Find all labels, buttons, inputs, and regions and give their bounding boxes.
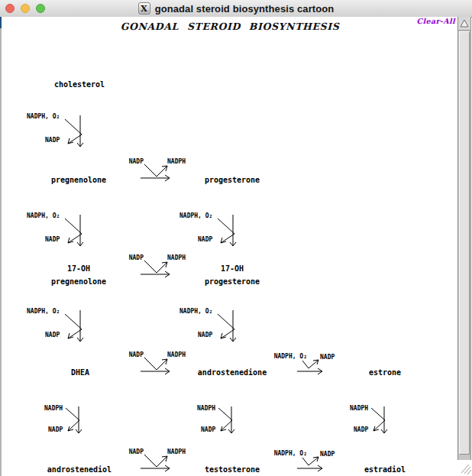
compound-label: progesterone <box>205 173 260 186</box>
arrow-glyph <box>27 308 97 345</box>
compound-label: pregnenolone <box>51 173 106 186</box>
compound-label: 17-OHpregnenolone <box>51 262 106 288</box>
reaction-arrow-vertical: NADPH NADP <box>331 405 401 442</box>
compound-label: estradiol <box>364 463 406 476</box>
arrow-glyph <box>331 405 401 442</box>
x11-app-icon: X <box>138 2 150 15</box>
window-title: gonadal steroid biosynthesis cartoon <box>155 3 335 15</box>
reaction-arrow-vertical: NADPH, O₂ NADP <box>179 212 250 249</box>
compound-label: androstenedione <box>198 366 267 379</box>
reaction-arrow-horizontal: NADPH, O₂ NADP <box>271 350 348 376</box>
arrow-glyph <box>178 405 248 442</box>
arrow-glyph <box>118 350 194 376</box>
arrow-glyph <box>118 157 194 183</box>
arrow-glyph <box>179 212 250 249</box>
resize-grip-icon[interactable] <box>458 461 472 476</box>
reaction-arrow-vertical: NADPH, O₂ NADP <box>27 308 97 345</box>
compound-label: estrone <box>369 366 401 379</box>
reaction-arrow-horizontal: NADP NADPH <box>118 447 194 473</box>
arrow-glyph <box>27 113 97 150</box>
scrollbar-thumb[interactable] <box>459 31 470 455</box>
compound-label: 17-OHprogesterone <box>205 262 260 288</box>
reaction-arrow-vertical: NADPH, O₂ NADP <box>27 113 97 150</box>
window-titlebar[interactable]: X gonadal steroid biosynthesis cartoon <box>0 0 472 18</box>
title-group: X gonadal steroid biosynthesis cartoon <box>0 0 472 17</box>
arrow-glyph <box>25 405 95 442</box>
compound-label: DHEA <box>71 366 89 379</box>
reaction-arrow-vertical: NADPH NADP <box>178 405 248 442</box>
reaction-arrow-horizontal: NADP NADPH <box>118 253 194 279</box>
reaction-arrow-horizontal: NADP NADPH <box>118 350 194 376</box>
reaction-arrow-vertical: NADPH, O₂ NADP <box>179 308 250 345</box>
pathway-diagram: cholesterolpregnenoloneprogesterone17-OH… <box>2 17 458 476</box>
reaction-arrow-vertical: NADPH, O₂ NADP <box>27 212 97 249</box>
arrow-glyph <box>179 308 250 345</box>
arrow-glyph <box>271 447 348 473</box>
diagram-canvas: GONADAL STEROID BIOSYNTHESIS Clear-All c… <box>2 17 458 476</box>
arrow-glyph <box>27 212 97 249</box>
reaction-arrow-vertical: NADPH NADP <box>25 405 95 442</box>
scroll-up-button[interactable] <box>458 17 470 31</box>
arrow-glyph <box>118 253 194 279</box>
reaction-arrow-horizontal: NADP NADPH <box>118 157 194 183</box>
app-window: X gonadal steroid biosynthesis cartoon G… <box>0 0 472 476</box>
compound-label: androstenediol <box>47 463 112 476</box>
vertical-scrollbar[interactable] <box>457 17 471 460</box>
arrow-glyph <box>271 350 348 376</box>
reaction-arrow-horizontal: NADPH, O₂ NADP <box>271 447 348 473</box>
arrow-glyph <box>118 447 194 473</box>
compound-label: cholesterol <box>54 78 105 91</box>
compound-label: testosterone <box>205 463 260 476</box>
up-arrow-icon <box>459 18 470 28</box>
